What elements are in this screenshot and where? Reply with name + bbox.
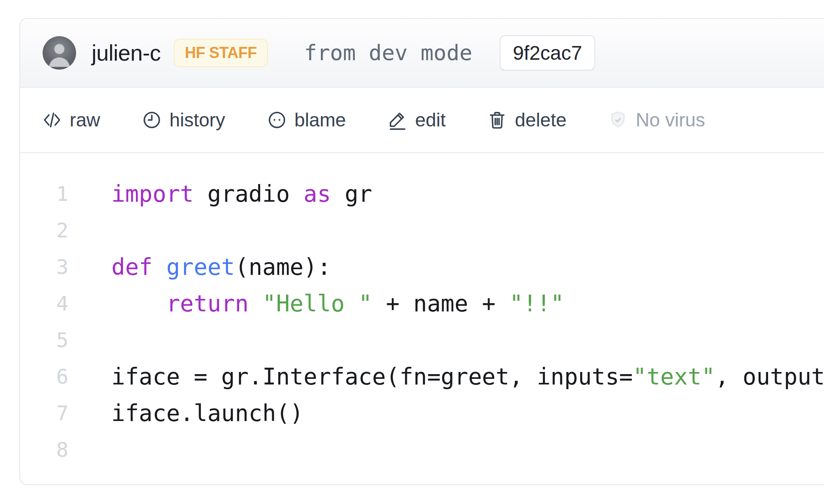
code-viewer: 1 import gradio as gr 2 3 def greet(name… [20,153,824,468]
avatar[interactable] [43,36,76,70]
toolbar-items: raw history blame edit delete [42,109,608,131]
face-icon [267,110,287,130]
line-number[interactable]: 6 [20,365,68,388]
code-token: gradio [194,181,303,207]
code-token: def [111,254,153,280]
line-content: def greet(name): [111,254,331,280]
line-content: iface.launch() [111,400,304,426]
code-token: import [111,181,194,207]
shield-check-icon [608,110,628,130]
line-number[interactable]: 1 [20,182,68,206]
code-token: + name + [372,290,509,317]
line-number[interactable]: 4 [20,292,68,315]
commit-hash[interactable]: 9f2cac7 [500,35,595,71]
line-number[interactable]: 3 [20,255,68,279]
code-line: 7 iface.launch() [20,395,824,431]
code-line: 6 iface = gr.Interface(fn=greet, inputs=… [20,358,824,395]
toolbar-item-blame[interactable]: blame [267,109,346,131]
code-token [153,254,166,280]
commit-message[interactable]: from dev mode [304,40,472,65]
code-token: return [166,290,249,317]
virus-status: No virus [608,109,705,131]
code-line: 2 [20,212,824,249]
pencil-icon [387,110,408,130]
code-token: "!!" [509,290,564,317]
code-token: "Hello " [262,290,372,317]
code-token [111,290,166,317]
toolbar-item-delete[interactable]: delete [487,109,566,131]
line-number[interactable]: 5 [20,328,68,352]
code-line: 3 def greet(name): [20,249,824,285]
file-toolbar: raw history blame edit delete No virus [20,88,824,153]
line-content: iface = gr.Interface(fn=greet, inputs="t… [111,363,824,390]
code-line: 5 [20,322,824,358]
commit-header: julien-c HF STAFF from dev mode 9f2cac7 [20,19,824,88]
code-line: 4 return "Hello " + name + "!!" [20,285,824,322]
code-token: iface = gr.Interface(fn=greet, inputs= [111,363,633,390]
line-content: return "Hello " + name + "!!" [111,290,564,317]
file-viewer-card: julien-c HF STAFF from dev mode 9f2cac7 … [19,18,824,485]
line-number[interactable]: 8 [20,438,68,461]
hf-staff-badge: HF STAFF [174,39,268,67]
line-number[interactable]: 2 [20,218,68,242]
line-number[interactable]: 7 [20,401,68,425]
code-token: greet [166,254,235,280]
code-line: 1 import gradio as gr [20,175,824,212]
line-content: import gradio as gr [111,181,372,207]
person-silhouette-icon [43,36,76,70]
trash-icon [487,110,507,130]
code-line: 8 [20,431,824,468]
toolbar-item-history[interactable]: history [141,109,225,131]
clock-icon [141,110,162,130]
code-token [249,290,262,317]
virus-status-label: No virus [636,109,705,131]
commit-author[interactable]: julien-c [92,40,161,66]
code-icon [42,110,62,130]
code-token: (name): [235,254,331,280]
code-token: , output [715,363,824,390]
code-token: as [304,181,331,207]
code-token: iface.launch() [111,400,304,426]
code-token: gr [331,181,372,207]
toolbar-item-raw[interactable]: raw [42,109,100,131]
code-token: "text" [633,363,715,390]
toolbar-item-edit[interactable]: edit [387,109,446,131]
